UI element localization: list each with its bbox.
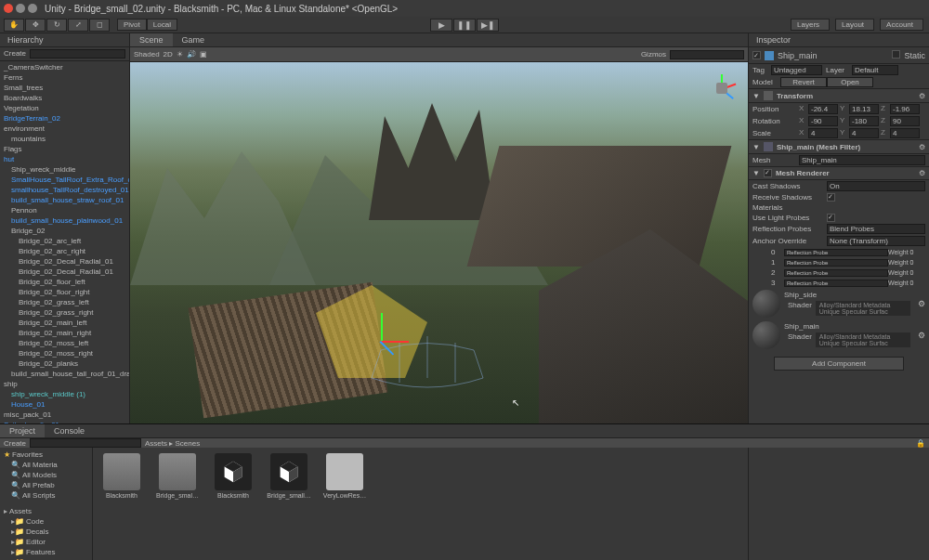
asset-item[interactable]: Blacksmith xyxy=(210,453,256,499)
hierarchy-node[interactable]: Bridge_02_moss_right xyxy=(0,348,129,358)
project-folder[interactable]: ▸📁Decals xyxy=(2,527,90,537)
static-checkbox[interactable] xyxy=(892,50,900,60)
tag-dropdown[interactable]: Untagged xyxy=(771,65,822,75)
refl-probe-0[interactable]: Reflection Probe xyxy=(784,249,888,256)
game-tab[interactable]: Game xyxy=(173,33,215,46)
hierarchy-node[interactable]: BridgeTerrain_02 xyxy=(0,113,129,124)
orientation-gizmo[interactable] xyxy=(703,70,740,107)
layout-dropdown[interactable]: Layout xyxy=(835,19,874,31)
project-grid[interactable]: BlacksmithBridge_smal…BlacksmithBridge_s… xyxy=(93,448,426,560)
fx-icon[interactable]: ▣ xyxy=(200,50,207,59)
hierarchy-node[interactable]: smallhouse_TallRoof_destroyed_01 xyxy=(0,185,129,195)
hierarchy-node[interactable]: build_small_house_straw_roof_01 xyxy=(0,195,129,205)
hierarchy-node[interactable]: Bridge_02_arc_right xyxy=(0,246,129,256)
hierarchy-node[interactable]: House_01 xyxy=(0,399,129,410)
hierarchy-node[interactable]: Bridge_02 xyxy=(0,226,129,236)
reflection-probes-dropdown[interactable]: Blend Probes xyxy=(827,224,925,234)
local-toggle[interactable]: Local xyxy=(147,19,177,31)
rotation-y-field[interactable]: -180 xyxy=(849,116,879,126)
transform-gear-icon[interactable]: ⚙ xyxy=(919,92,925,100)
hierarchy-node[interactable]: Ship_wreck_middle xyxy=(0,164,129,175)
asset-item[interactable]: Blacksmith xyxy=(98,453,145,499)
hierarchy-node[interactable]: Bridge_02_main_right xyxy=(0,328,129,338)
cast-shadows-dropdown[interactable]: On xyxy=(827,181,925,191)
material-2-gear-icon[interactable]: ⚙ xyxy=(914,331,929,340)
light-probes-checkbox[interactable] xyxy=(827,214,835,222)
meshrenderer-gear-icon[interactable]: ⚙ xyxy=(919,169,925,177)
scale-z-field[interactable]: 4 xyxy=(890,128,920,138)
project-folder[interactable]: ▸📁Features xyxy=(2,547,90,557)
meshrenderer-foldout-icon[interactable]: ▼ xyxy=(752,169,760,177)
hierarchy-node[interactable]: ship_wreck_middle (1) xyxy=(0,389,129,399)
hierarchy-node[interactable]: Flags xyxy=(0,144,129,154)
shader-2-dropdown[interactable]: Alloy/Standard Metadata Unique Specular … xyxy=(816,332,910,347)
hierarchy-node[interactable]: Bridge_02_grass_right xyxy=(0,307,129,318)
project-breadcrumb[interactable]: Assets ▸ Scenes xyxy=(145,439,200,448)
add-component-button[interactable]: Add Component xyxy=(774,357,904,371)
position-y-field[interactable]: 18.13 xyxy=(849,104,879,114)
scene-search-input[interactable] xyxy=(670,50,744,59)
transform-foldout-icon[interactable]: ▼ xyxy=(752,92,760,100)
hierarchy-node[interactable]: Small_trees xyxy=(0,83,129,93)
layer-dropdown[interactable]: Default xyxy=(852,65,898,75)
2d-toggle[interactable]: 2D xyxy=(164,50,173,59)
meshfilter-foldout-icon[interactable]: ▼ xyxy=(752,143,760,151)
window-close-button[interactable] xyxy=(4,4,13,13)
open-button[interactable]: Open xyxy=(827,77,873,87)
refl-probe-2[interactable]: Reflection Probe xyxy=(784,269,888,277)
hierarchy-node[interactable]: Bridge_02_floor_left xyxy=(0,277,129,287)
gizmos-dropdown[interactable]: Gizmos xyxy=(641,50,666,59)
hierarchy-search-input[interactable] xyxy=(30,49,125,59)
hand-tool-button[interactable]: ✋ xyxy=(4,19,24,32)
favorite-item[interactable]: 🔍All Materia xyxy=(2,460,90,470)
gameobject-active-checkbox[interactable] xyxy=(752,51,761,59)
meshrenderer-checkbox[interactable] xyxy=(764,169,772,177)
pause-button[interactable]: ❚❚ xyxy=(453,19,476,32)
favorite-item[interactable]: 🔍All Prefab xyxy=(2,480,90,490)
hierarchy-node[interactable]: Pennon xyxy=(0,205,129,215)
hierarchy-node[interactable]: Vegetation xyxy=(0,103,129,113)
hierarchy-node[interactable]: Bridge_02_floor_right xyxy=(0,287,129,297)
hierarchy-node[interactable]: Bridge_02_moss_left xyxy=(0,338,129,348)
favorite-item[interactable]: 🔍All Models xyxy=(2,470,90,480)
audio-icon[interactable]: 🔊 xyxy=(187,50,196,59)
hierarchy-tab[interactable]: Hierarchy xyxy=(0,33,129,47)
favorites-folder[interactable]: ★Favorites xyxy=(2,449,90,460)
gameobject-name-field[interactable]: Ship_main xyxy=(778,51,888,60)
material-1-gear-icon[interactable]: ⚙ xyxy=(914,299,929,308)
scene-tab[interactable]: Scene xyxy=(130,33,173,46)
hierarchy-node[interactable]: _CameraSwitcher xyxy=(0,62,129,72)
inspector-tab[interactable]: Inspector xyxy=(749,33,929,47)
hierarchy-node[interactable]: Bridge_02_Decal_Radial_01 xyxy=(0,267,129,277)
asset-item[interactable]: Bridge_small… xyxy=(266,453,312,499)
rect-tool-button[interactable]: ◻ xyxy=(89,19,110,32)
rotation-x-field[interactable]: -90 xyxy=(808,116,838,126)
material-2-name[interactable]: Ship_main xyxy=(784,322,914,331)
project-create-dropdown[interactable]: Create xyxy=(4,439,26,448)
hierarchy-node[interactable]: ship xyxy=(0,379,129,389)
shader-1-dropdown[interactable]: Alloy/Standard Metadata Unique Specular … xyxy=(816,301,910,316)
position-z-field[interactable]: -1.96 xyxy=(890,104,920,114)
hierarchy-node[interactable]: Boardwalks xyxy=(0,93,129,103)
hierarchy-node[interactable]: SmallHouse_TallRoof_Extra_Roof_damag xyxy=(0,175,129,185)
hierarchy-node[interactable]: Bridge_02_arc_left xyxy=(0,236,129,246)
hierarchy-node[interactable]: misc_pack_01 xyxy=(0,410,129,420)
revert-button[interactable]: Revert xyxy=(780,77,827,87)
material-1-name[interactable]: Ship_side xyxy=(784,291,914,299)
pivot-toggle[interactable]: Pivot xyxy=(117,19,147,31)
window-minimize-button[interactable] xyxy=(16,4,25,13)
lighting-icon[interactable]: ☀ xyxy=(177,50,183,59)
material-2-preview[interactable] xyxy=(752,321,780,349)
favorite-item[interactable]: 🔍All Scripts xyxy=(2,490,90,501)
scale-y-field[interactable]: 4 xyxy=(849,128,879,138)
rotation-z-field[interactable]: 90 xyxy=(890,116,920,126)
move-tool-button[interactable]: ✥ xyxy=(25,19,46,32)
material-1-preview[interactable] xyxy=(752,290,780,318)
hierarchy-node[interactable]: build_small_house_plainwood_01 xyxy=(0,215,129,226)
refl-probe-3[interactable]: Reflection Probe xyxy=(784,280,888,287)
hierarchy-node[interactable]: Bridge_02_Decal_Radial_01 xyxy=(0,256,129,267)
assets-folder[interactable]: ▸Assets xyxy=(2,506,90,516)
project-tab[interactable]: Project xyxy=(0,424,45,437)
refl-probe-1[interactable]: Reflection Probe xyxy=(784,259,888,267)
project-tree[interactable]: ★Favorites 🔍All Materia🔍All Models🔍All P… xyxy=(0,448,93,560)
